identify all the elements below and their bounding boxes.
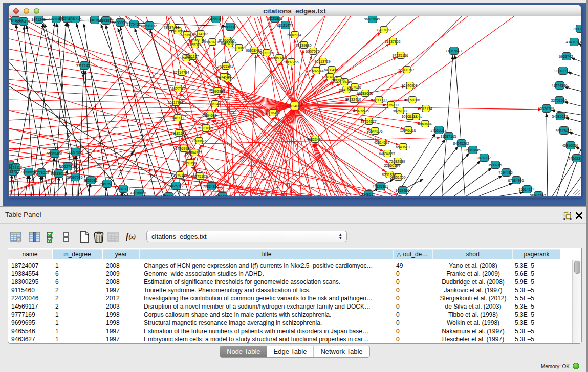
svg-text:7550190: 7550190 [182, 161, 196, 164]
svg-text:68353204: 68353204 [271, 56, 287, 59]
svg-text:3253031: 3253031 [83, 178, 97, 182]
svg-text:78387461: 78387461 [163, 25, 179, 29]
svg-text:78139880: 78139880 [295, 43, 311, 47]
svg-text:27778019: 27778019 [33, 170, 49, 174]
svg-text:66851760: 66851760 [389, 175, 405, 179]
svg-text:24972279: 24972279 [258, 51, 274, 54]
svg-text:7194416: 7194416 [498, 170, 512, 174]
svg-text:47135391: 47135391 [372, 184, 388, 188]
svg-text:7003042: 7003042 [573, 27, 581, 30]
svg-text:54585178: 54585178 [552, 114, 568, 118]
svg-text:1848731: 1848731 [170, 116, 184, 119]
svg-text:19233013: 19233013 [50, 171, 66, 175]
svg-text:66775103: 66775103 [191, 174, 207, 178]
svg-text:9626108: 9626108 [393, 108, 406, 112]
svg-text:28814949: 28814949 [215, 75, 231, 78]
svg-text:77834855: 77834855 [203, 184, 219, 188]
svg-text:17869910: 17869910 [175, 146, 191, 150]
svg-text:47816686: 47816686 [130, 191, 146, 194]
svg-text:31687165: 31687165 [440, 134, 456, 138]
svg-text:2437026: 2437026 [347, 85, 361, 89]
svg-text:68800797: 68800797 [398, 68, 414, 71]
svg-text:72682989: 72682989 [389, 159, 405, 163]
svg-text:3500715: 3500715 [488, 163, 502, 166]
svg-text:25492573: 25492573 [98, 182, 114, 185]
svg-text:51837852: 51837852 [384, 39, 400, 43]
svg-text:67684996: 67684996 [508, 178, 524, 182]
svg-text:18724007: 18724007 [286, 104, 302, 107]
svg-text:2375453: 2375453 [126, 22, 140, 26]
svg-text:94214382: 94214382 [192, 32, 208, 35]
svg-text:83863413: 83863413 [206, 102, 222, 105]
svg-text:42035886: 42035886 [266, 16, 282, 20]
svg-text:97225156: 97225156 [392, 53, 408, 57]
svg-text:5130808: 5130808 [113, 20, 126, 24]
svg-text:15614174: 15614174 [518, 187, 534, 191]
svg-text:84045292: 84045292 [453, 141, 469, 145]
svg-text:2564689: 2564689 [203, 113, 216, 117]
svg-text:31682744: 31682744 [308, 69, 323, 72]
svg-text:19046318: 19046318 [400, 128, 416, 132]
svg-text:31172421: 31172421 [76, 63, 92, 67]
svg-text:6933742: 6933742 [559, 54, 573, 58]
svg-text:41774346: 41774346 [551, 83, 567, 87]
svg-text:4117625: 4117625 [68, 17, 81, 20]
svg-text:24508349: 24508349 [568, 156, 581, 160]
svg-text:99889098: 99889098 [222, 25, 237, 28]
svg-text:60864911: 60864911 [186, 150, 202, 154]
svg-text:33763566: 33763566 [551, 98, 567, 102]
svg-text:86644106: 86644106 [366, 129, 382, 133]
svg-text:63121477: 63121477 [277, 23, 293, 27]
svg-text:5418934: 5418934 [287, 33, 301, 36]
svg-text:6438436: 6438436 [324, 68, 338, 71]
svg-text:34627347: 34627347 [169, 86, 185, 90]
svg-text:22660194: 22660194 [384, 163, 400, 167]
svg-text:6022741: 6022741 [60, 164, 74, 168]
svg-text:40158366: 40158366 [404, 98, 420, 101]
svg-text:13326769: 13326769 [538, 106, 554, 110]
svg-text:85283645: 85283645 [464, 148, 480, 151]
svg-text:71070189: 71070189 [171, 173, 187, 177]
svg-text:82909480: 82909480 [46, 151, 62, 155]
svg-text:47376585: 47376585 [353, 108, 368, 112]
svg-text:8688755: 8688755 [9, 169, 19, 173]
svg-text:7754864: 7754864 [179, 56, 192, 59]
svg-text:92097999: 92097999 [67, 150, 83, 154]
svg-text:38688676: 38688676 [190, 139, 206, 142]
svg-text:6261415: 6261415 [16, 19, 30, 23]
svg-text:27232410: 27232410 [345, 97, 361, 101]
svg-text:3607983: 3607983 [116, 187, 129, 190]
svg-text:22201654: 22201654 [169, 29, 185, 32]
svg-text:89978790: 89978790 [204, 40, 220, 43]
svg-text:2921859: 2921859 [231, 46, 245, 49]
svg-text:49823450: 49823450 [307, 137, 322, 141]
svg-text:45575298: 45575298 [382, 103, 398, 106]
svg-text:95125977: 95125977 [167, 184, 183, 187]
svg-text:6007072: 6007072 [306, 49, 319, 53]
svg-text:43704923: 43704923 [214, 194, 230, 196]
svg-text:6672134: 6672134 [418, 106, 432, 110]
svg-text:38427073: 38427073 [375, 28, 391, 31]
svg-text:6543670: 6543670 [396, 145, 409, 148]
svg-text:1059486: 1059486 [395, 188, 409, 192]
svg-text:58942697: 58942697 [530, 193, 546, 196]
svg-text:27558317: 27558317 [430, 128, 446, 132]
svg-text:64193837: 64193837 [97, 18, 113, 22]
svg-text:84252722: 84252722 [221, 41, 236, 45]
svg-text:1841248: 1841248 [31, 17, 45, 21]
svg-text:30513739: 30513739 [314, 59, 330, 63]
svg-text:42614537: 42614537 [374, 140, 389, 144]
svg-text:64634663: 64634663 [379, 151, 395, 155]
svg-text:26240908: 26240908 [401, 83, 417, 87]
svg-text:19289546: 19289546 [357, 91, 373, 95]
svg-text:20117988: 20117988 [167, 100, 183, 104]
svg-text:71367643: 71367643 [445, 49, 461, 52]
svg-text:83793389: 83793389 [371, 98, 386, 101]
svg-text:72092888: 72092888 [209, 89, 225, 93]
svg-text:98231132: 98231132 [141, 24, 157, 27]
svg-text:99913412: 99913412 [555, 128, 571, 132]
svg-text:35714784: 35714784 [173, 70, 189, 74]
svg-text:2548511: 2548511 [361, 192, 375, 196]
svg-text:42138745: 42138745 [336, 80, 352, 83]
svg-text:70897765: 70897765 [282, 60, 298, 63]
